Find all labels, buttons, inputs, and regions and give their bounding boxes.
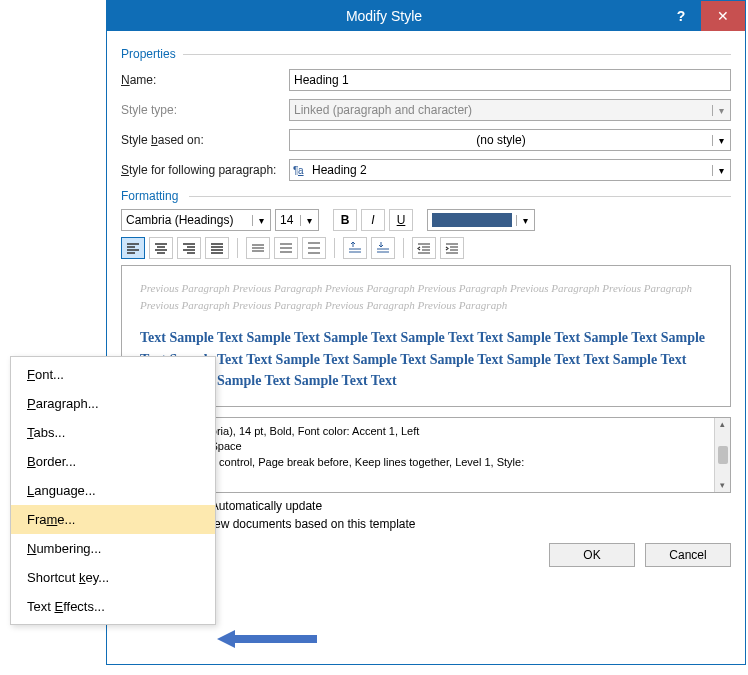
style-type-label: Style type: <box>121 103 289 117</box>
desc-line: pt, Widow/Orphan control, Page break bef… <box>128 455 724 470</box>
format-menu: Font... Paragraph... Tabs... Border... L… <box>10 356 216 625</box>
svg-marker-2 <box>217 630 317 648</box>
chevron-down-icon[interactable]: ▾ <box>516 215 534 226</box>
style-type-value: Linked (paragraph and character) <box>290 103 712 117</box>
based-on-value: (no style) <box>290 133 712 147</box>
linespace-2-button[interactable] <box>302 237 326 259</box>
color-swatch <box>432 213 512 227</box>
properties-legend: Properties <box>121 47 731 61</box>
cancel-button[interactable]: Cancel <box>645 543 731 567</box>
svg-text:a: a <box>298 165 304 176</box>
formatting-legend: Formatting <box>121 189 731 203</box>
linespace-15-button[interactable] <box>274 237 298 259</box>
annotation-arrow <box>217 630 317 648</box>
font-color-combo[interactable]: ▾ <box>427 209 535 231</box>
separator <box>334 238 335 258</box>
chevron-down-icon[interactable]: ▾ <box>252 215 270 226</box>
menu-paragraph[interactable]: Paragraph... <box>11 389 215 418</box>
based-on-combo[interactable]: (no style) ▾ <box>289 129 731 151</box>
chevron-down-icon[interactable]: ▾ <box>300 215 318 226</box>
desc-line: : Multiple 1.15 li, Space <box>128 439 724 454</box>
paragraph-toolbar <box>121 237 731 259</box>
font-toolbar: Cambria (Headings) ▾ 14 ▾ B I U ▾ <box>121 209 731 231</box>
following-label: Style for following paragraph: <box>121 163 289 177</box>
preview-previous-text: Previous Paragraph Previous Paragraph Pr… <box>140 280 712 313</box>
linespace-1-button[interactable] <box>246 237 270 259</box>
indent-inc-button[interactable] <box>440 237 464 259</box>
font-name-combo[interactable]: Cambria (Headings) ▾ <box>121 209 271 231</box>
following-combo[interactable]: ¶a Heading 2 ▾ <box>289 159 731 181</box>
menu-numbering[interactable]: Numbering... <box>11 534 215 563</box>
align-right-button[interactable] <box>177 237 201 259</box>
preview-sample-text: Text Sample Text Sample Text Sample Text… <box>140 327 712 392</box>
menu-border[interactable]: Border... <box>11 447 215 476</box>
paragraph-icon: ¶a <box>290 164 308 176</box>
style-type-combo: Linked (paragraph and character) ▾ <box>289 99 731 121</box>
space-before-dec-button[interactable] <box>371 237 395 259</box>
separator <box>237 238 238 258</box>
separator <box>403 238 404 258</box>
based-on-label: Style based on: <box>121 133 289 147</box>
desc-scrollbar[interactable]: ▴▾ <box>714 418 730 492</box>
chevron-down-icon[interactable]: ▾ <box>712 165 730 176</box>
font-size-combo[interactable]: 14 ▾ <box>275 209 319 231</box>
name-label: Name: <box>121 73 289 87</box>
dialog-title: Modify Style <box>107 8 661 24</box>
chevron-down-icon[interactable]: ▾ <box>712 135 730 146</box>
menu-font[interactable]: Font... <box>11 360 215 389</box>
menu-tabs[interactable]: Tabs... <box>11 418 215 447</box>
auto-update-label: Automatically update <box>211 499 322 513</box>
bold-button[interactable]: B <box>333 209 357 231</box>
chevron-down-icon: ▾ <box>712 105 730 116</box>
italic-button[interactable]: I <box>361 209 385 231</box>
menu-shortcut[interactable]: Shortcut key... <box>11 563 215 592</box>
ok-button[interactable]: OK <box>549 543 635 567</box>
align-left-button[interactable] <box>121 237 145 259</box>
menu-frame[interactable]: Frame... <box>11 505 215 534</box>
menu-language[interactable]: Language... <box>11 476 215 505</box>
newdoc-label: New documents based on this template <box>205 517 415 531</box>
close-button[interactable]: ✕ <box>701 1 745 31</box>
menu-text-effects[interactable]: Text Effects... <box>11 592 215 621</box>
following-value: Heading 2 <box>308 163 712 177</box>
desc-line: Style, Priority: 10 <box>128 470 724 485</box>
indent-dec-button[interactable] <box>412 237 436 259</box>
align-center-button[interactable] <box>149 237 173 259</box>
underline-button[interactable]: U <box>389 209 413 231</box>
space-before-inc-button[interactable] <box>343 237 367 259</box>
align-justify-button[interactable] <box>205 237 229 259</box>
help-button[interactable]: ? <box>661 1 701 31</box>
titlebar: Modify Style ? ✕ <box>107 1 745 31</box>
desc-line: +Headings (Cambria), 14 pt, Bold, Font c… <box>128 424 724 439</box>
name-input[interactable] <box>289 69 731 91</box>
